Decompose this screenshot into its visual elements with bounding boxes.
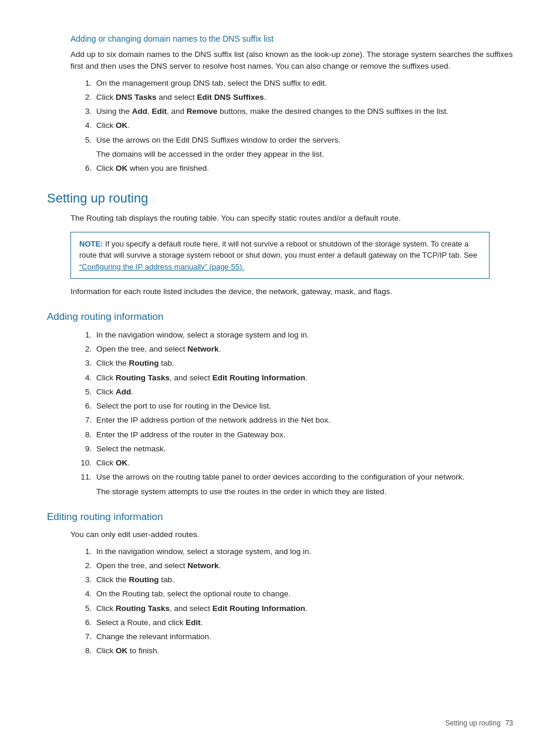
dns-intro: Add up to six domain names to the DNS su…	[47, 49, 513, 73]
adding-step-1: In the navigation window, select a stora…	[94, 329, 513, 341]
adding-step-4-routing-tasks: Routing Tasks	[116, 373, 170, 382]
adding-step-4-edit-routing: Edit Routing Information	[212, 373, 305, 382]
editing-step-6-edit: Edit	[185, 618, 201, 627]
editing-step-6: Select a Route, and click Edit.	[94, 617, 513, 629]
dns-step-3-remove: Remove	[187, 107, 218, 116]
adding-step-5-add: Add	[116, 387, 131, 396]
editing-step-4: On the Routing tab, select the optional …	[94, 588, 513, 600]
adding-step-3: Click the Routing tab.	[94, 357, 513, 369]
editing-step-8: Click OK to finish.	[94, 645, 513, 657]
editing-step-2-network: Network	[187, 561, 218, 570]
editing-routing-steps: In the navigation window, select a stora…	[47, 546, 513, 657]
adding-step-9: Select the netmask.	[94, 443, 513, 455]
note-label: NOTE:	[79, 239, 103, 248]
adding-step-6: Select the port to use for routing in th…	[94, 400, 513, 412]
adding-routing-steps: In the navigation window, select a stora…	[47, 329, 513, 498]
dns-step-4: Click OK.	[94, 120, 513, 131]
dns-step-2: Click DNS Tasks and select Edit DNS Suff…	[94, 92, 513, 103]
dns-step-2-edit-suffixes: Edit DNS Suffixes	[197, 93, 264, 102]
note-text: If you specify a default route here, it …	[79, 239, 477, 260]
dns-step-6-ok: OK	[116, 164, 127, 173]
page-footer: Setting up routing 73	[446, 718, 513, 728]
adding-routing-heading: Adding routing information	[47, 309, 513, 325]
footer-left: Setting up routing	[446, 718, 501, 728]
routing-intro: The Routing tab displays the routing tab…	[47, 212, 513, 224]
dns-step-4-ok: OK	[116, 121, 127, 130]
editing-step-7: Change the relevant information.	[94, 631, 513, 643]
adding-step-8: Enter the IP address of the router in th…	[94, 429, 513, 441]
adding-step-3-routing: Routing	[129, 359, 159, 367]
editing-step-5-edit-routing: Edit Routing Information	[212, 604, 305, 613]
editing-step-8-ok: OK	[116, 646, 127, 655]
editing-routing-heading: Editing routing information	[47, 509, 513, 525]
editing-step-5-routing-tasks: Routing Tasks	[116, 604, 170, 613]
page: Adding or changing domain names to the D…	[0, 0, 560, 746]
editing-step-3: Click the Routing tab.	[94, 574, 513, 586]
editing-step-2: Open the tree, and select Network.	[94, 560, 513, 572]
footer-right: 73	[505, 718, 513, 728]
routing-section-heading: Setting up routing	[47, 188, 513, 208]
adding-step-5: Click Add.	[94, 386, 513, 398]
note-link[interactable]: “Configuring the IP address manually” (p…	[79, 262, 244, 271]
editing-step-1: In the navigation window, select a stora…	[94, 546, 513, 558]
routing-info-text: Information for each route listed includ…	[47, 286, 513, 298]
dns-step-5: Use the arrows on the Edit DNS Suffixes …	[94, 134, 513, 161]
adding-step-10-ok: OK	[116, 458, 127, 467]
editing-step-3-routing: Routing	[129, 575, 159, 584]
dns-step-1: On the management group DNS tab, select …	[94, 77, 513, 89]
editing-step-5: Click Routing Tasks, and select Edit Rou…	[94, 603, 513, 615]
dns-step-3: Using the Add, Edit, and Remove buttons,…	[94, 106, 513, 117]
adding-step-7: Enter the IP address portion of the netw…	[94, 414, 513, 426]
adding-step-2: Open the tree, and select Network.	[94, 343, 513, 355]
dns-step-3-add: Add	[132, 107, 147, 116]
editing-routing-intro: You can only edit user-added routes.	[47, 529, 513, 541]
dns-step-3-edit: Edit	[152, 107, 167, 116]
adding-step-11: Use the arrows on the routing table pane…	[94, 471, 513, 498]
dns-steps-list: On the management group DNS tab, select …	[47, 77, 513, 175]
adding-step-4: Click Routing Tasks, and select Edit Rou…	[94, 372, 513, 384]
dns-step-2-dns-tasks: DNS Tasks	[116, 93, 157, 102]
adding-step-10: Click OK.	[94, 457, 513, 469]
routing-note-box: NOTE: If you specify a default route her…	[70, 232, 490, 279]
dns-step-5-note: The domains will be accessed in the orde…	[96, 146, 513, 160]
dns-step-6: Click OK when you are finished.	[94, 163, 513, 174]
adding-step-2-network: Network	[187, 345, 218, 353]
adding-step-11-note: The storage system attempts to use the r…	[96, 484, 513, 498]
dns-heading: Adding or changing domain names to the D…	[47, 33, 513, 45]
